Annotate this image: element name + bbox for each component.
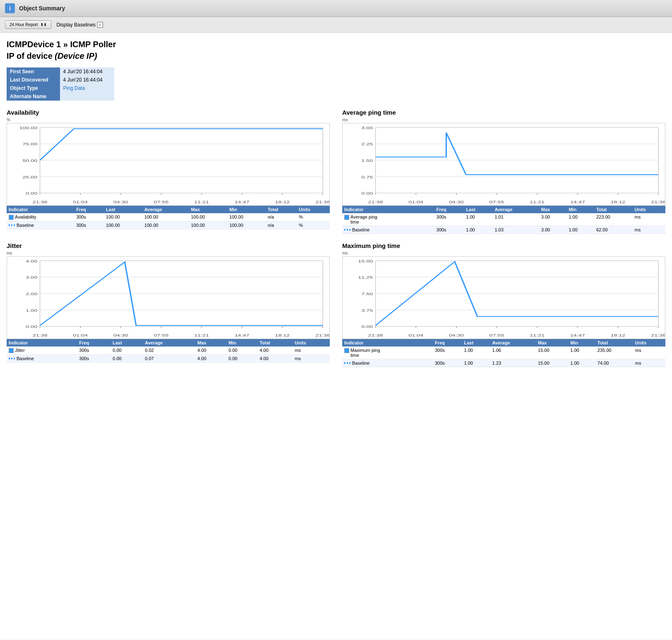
svg-text:0.75: 0.75	[361, 175, 373, 179]
table-row: Jitter300s0.000.024.000.004.00ms	[7, 346, 330, 355]
table-header: Total	[257, 339, 293, 346]
chart-canvas-avg-ping: 3.002.251.500.750.0021:3801:0404:3007:55…	[342, 123, 665, 206]
table-row: Baseline300s1.001.2315.001.0074.00ms	[342, 359, 665, 367]
display-baselines-label[interactable]: Display Baselines ✓	[56, 22, 103, 28]
svg-text:21:38: 21:38	[368, 333, 383, 337]
table-cell: 1.06	[490, 346, 536, 359]
indicator-name: Jitter	[15, 348, 25, 353]
table-header: Last	[104, 206, 142, 213]
table-header: Total	[594, 206, 633, 213]
table-header: Indicator	[7, 339, 77, 346]
table-cell: 4.00	[257, 346, 293, 355]
table-header: Total	[266, 206, 297, 213]
display-baselines-checkbox[interactable]: ✓	[97, 22, 103, 28]
table-header: Units	[297, 206, 330, 213]
toolbar: 24 Hour Report ⬆⬇ Display Baselines ✓	[0, 17, 672, 33]
chart-section-availability: Availability%100.0075.0050.0025.000.0021…	[7, 109, 330, 234]
table-cell: 223.00	[594, 213, 633, 226]
svg-text:18:12: 18:12	[275, 333, 290, 337]
device-ip-label: (Device IP)	[55, 51, 97, 60]
table-cell: 1.00	[462, 359, 490, 367]
info-value: Ping Data	[60, 84, 114, 92]
svg-text:07:55: 07:55	[154, 333, 169, 337]
svg-text:11:21: 11:21	[194, 200, 209, 204]
svg-text:01:04: 01:04	[73, 333, 88, 337]
table-header: Freq	[433, 339, 462, 346]
table-cell: 1.00	[464, 226, 492, 234]
svg-text:18:12: 18:12	[611, 200, 626, 204]
svg-text:04:30: 04:30	[113, 200, 128, 204]
table-cell: 100.00	[227, 213, 266, 221]
table-header: Last	[462, 339, 490, 346]
svg-text:04:30: 04:30	[449, 333, 464, 337]
report-type-dropdown[interactable]: 24 Hour Report ⬆⬇	[5, 20, 51, 29]
table-cell: 235.00	[595, 346, 633, 359]
table-header: Min	[568, 339, 595, 346]
svg-text:0.00: 0.00	[361, 325, 373, 329]
indicator-name: Baseline	[352, 227, 370, 232]
svg-text:15.00: 15.00	[358, 259, 373, 263]
svg-text:21:38: 21:38	[651, 333, 665, 337]
chart-unit-availability: %	[7, 118, 330, 122]
svg-text:0.00: 0.00	[26, 325, 37, 329]
chart-section-max-ping: Maximum ping timems15.0011.257.503.750.0…	[342, 242, 665, 367]
table-cell: 300s	[74, 213, 104, 221]
title-bar: i Object Summary	[0, 0, 672, 17]
table-cell: n/a	[266, 213, 297, 221]
svg-text:01:04: 01:04	[73, 200, 88, 204]
svg-text:2.25: 2.25	[361, 142, 373, 146]
svg-text:04:30: 04:30	[113, 333, 128, 337]
indicator-cell: Baseline	[342, 359, 433, 367]
chart-table-avg-ping: IndicatorFreqLastAverageMaxMinTotalUnits…	[342, 206, 665, 234]
table-cell: 15.00	[536, 346, 568, 359]
svg-text:21:38: 21:38	[315, 200, 329, 204]
table-header: Freq	[434, 206, 464, 213]
info-value	[60, 92, 114, 101]
table-header: Last	[110, 339, 143, 346]
chart-table-max-ping: IndicatorFreqLastAverageMaxMinTotalUnits…	[342, 339, 665, 367]
table-header: Min	[226, 339, 257, 346]
table-header: Indicator	[342, 206, 434, 213]
indicator-swatch-solid	[9, 215, 14, 220]
table-header: Average	[490, 339, 536, 346]
table-row: Availability300s100.00100.00100.00100.00…	[7, 213, 330, 221]
svg-text:4.00: 4.00	[26, 259, 37, 263]
chart-title-avg-ping: Average ping time	[342, 109, 665, 116]
chart-canvas-max-ping: 15.0011.257.503.750.0021:3801:0404:3007:…	[342, 256, 665, 339]
table-row: Average ping time300s1.001.013.001.00223…	[342, 213, 665, 226]
table-cell: 74.00	[595, 359, 633, 367]
svg-text:01:04: 01:04	[408, 333, 423, 337]
table-header: Units	[293, 339, 330, 346]
svg-text:0.00: 0.00	[26, 191, 37, 195]
svg-text:14:47: 14:47	[570, 333, 585, 337]
svg-text:2.00: 2.00	[26, 292, 37, 296]
table-cell: ms	[293, 355, 330, 363]
svg-text:14:47: 14:47	[570, 200, 585, 204]
svg-text:21:38: 21:38	[33, 200, 48, 204]
svg-text:11:21: 11:21	[194, 333, 209, 337]
svg-text:21:38: 21:38	[651, 200, 665, 204]
indicator-name: Baseline	[17, 223, 34, 228]
table-cell: 300s	[434, 226, 464, 234]
svg-text:11:21: 11:21	[530, 200, 545, 204]
svg-text:21:38: 21:38	[368, 200, 383, 204]
indicator-cell: Availability	[7, 213, 74, 221]
svg-text:3.00: 3.00	[361, 126, 373, 130]
svg-text:7.50: 7.50	[361, 292, 373, 296]
table-row: Baseline300s0.000.074.000.004.00ms	[7, 355, 330, 363]
table-cell: 0.02	[143, 346, 195, 355]
svg-text:11.25: 11.25	[358, 275, 373, 279]
table-row: Baseline300s100.00100.00100.00100.00n/a%	[7, 221, 330, 229]
app-icon: i	[5, 3, 15, 13]
indicator-swatch-solid	[9, 348, 14, 353]
indicator-swatch-dashed	[344, 229, 351, 231]
chart-section-jitter: Jitterms4.003.002.001.000.0021:3801:0404…	[7, 242, 330, 367]
table-cell: 100.00	[227, 221, 266, 229]
table-header: Min	[566, 206, 594, 213]
table-cell: 3.00	[539, 213, 567, 226]
table-cell: 1.00	[566, 213, 594, 226]
svg-text:0.00: 0.00	[361, 191, 373, 195]
table-header: Last	[464, 206, 492, 213]
chart-table-availability: IndicatorFreqLastAverageMaxMinTotalUnits…	[7, 206, 330, 229]
svg-text:3.75: 3.75	[361, 308, 373, 312]
